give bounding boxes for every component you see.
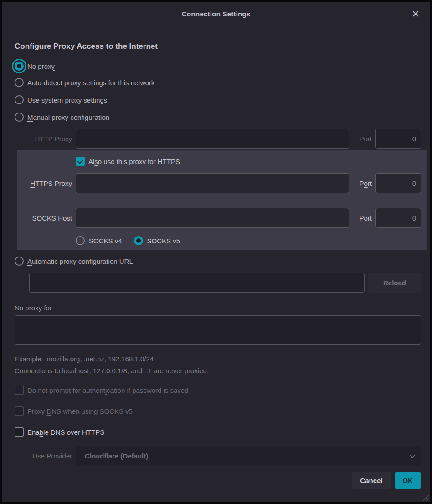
radio-auto-url[interactable]: Automatic proxy configuration URL <box>15 253 421 269</box>
also-https-label: Also use this proxy for HTTPS <box>88 158 180 165</box>
use-provider-label: Use Provider <box>15 452 72 460</box>
provider-row: Use Provider Cloudflare (Default) <box>15 446 421 466</box>
reload-button[interactable]: Reload <box>368 273 421 293</box>
socks-host-input[interactable] <box>76 208 349 228</box>
radio-icon[interactable] <box>15 95 24 104</box>
checkbox-icon[interactable] <box>15 406 24 416</box>
radio-icon[interactable] <box>15 257 24 266</box>
checkbox-icon[interactable] <box>15 427 24 437</box>
checkbox-icon[interactable] <box>15 386 24 395</box>
connection-settings-dialog: Connection Settings ✕ Configure Proxy Ac… <box>0 0 432 504</box>
socks-host-row: SOCKS Host Port <box>15 208 421 228</box>
provider-select[interactable]: Cloudflare (Default) <box>76 446 421 466</box>
checkbox-enable-doh[interactable]: Enable DNS over HTTPS <box>15 427 421 437</box>
radio-no-proxy-label: No proxy <box>27 62 55 70</box>
radio-icon[interactable] <box>15 113 24 122</box>
radio-socks-v5[interactable]: SOCKS v5 <box>134 236 180 245</box>
no-auth-prompt-label: Do not prompt for authentication if pass… <box>27 386 189 394</box>
https-port-input[interactable] <box>375 173 421 193</box>
page-title: Configure Proxy Access to the Internet <box>15 42 421 51</box>
auto-url-input[interactable] <box>29 273 365 293</box>
no-proxy-for-label: No proxy for <box>15 303 421 313</box>
http-proxy-input[interactable] <box>76 129 349 149</box>
checkbox-checked-icon[interactable] <box>76 157 85 166</box>
checkbox-proxy-dns[interactable]: Proxy DNS when using SOCKS v5 <box>15 406 421 417</box>
radio-system-proxy-label: Use system proxy settings <box>27 96 107 104</box>
radio-auto-detect[interactable]: Auto-detect proxy settings for this netw… <box>15 74 421 91</box>
socks-port-input[interactable] <box>375 208 421 228</box>
dialog-titlebar: Connection Settings ✕ <box>2 2 430 26</box>
radio-manual-proxy-label: Manual proxy configuration <box>27 113 109 121</box>
cancel-button[interactable]: Cancel <box>352 472 391 489</box>
checkbox-no-auth-prompt[interactable]: Do not prompt for authentication if pass… <box>15 385 421 396</box>
https-socks-highlight-section: Also use this proxy for HTTPS HTTPS Prox… <box>15 150 421 250</box>
ok-button[interactable]: OK <box>395 472 422 489</box>
chevron-down-icon <box>410 452 416 458</box>
proxy-dns-label: Proxy DNS when using SOCKS v5 <box>27 407 133 415</box>
also-https-row: Also use this proxy for HTTPS <box>15 155 421 168</box>
http-proxy-label: HTTP Proxy <box>15 135 72 143</box>
radio-auto-url-label: Automatic proxy configuration URL <box>27 257 133 265</box>
socks-version-row: SOCKS v4 SOCKS v5 <box>15 234 421 247</box>
https-proxy-label: HTTPS Proxy <box>15 180 72 187</box>
localhost-note-text: Connections to localhost, 127.0.0.1/8, a… <box>15 367 421 375</box>
socks-v4-label: SOCKS v4 <box>89 237 122 245</box>
radio-system-proxy[interactable]: Use system proxy settings <box>15 91 421 108</box>
resize-grip[interactable] <box>422 494 429 501</box>
radio-manual-proxy[interactable]: Manual proxy configuration <box>15 108 421 126</box>
https-proxy-row: HTTPS Proxy Port <box>15 173 421 193</box>
close-icon[interactable]: ✕ <box>408 7 423 21</box>
http-port-label: Port <box>353 135 372 143</box>
dialog-title: Connection Settings <box>182 10 251 18</box>
dialog-footer: Cancel OK <box>15 472 421 489</box>
socks-port-label: Port <box>353 214 372 222</box>
also-https-checkbox-group[interactable]: Also use this proxy for HTTPS <box>76 157 421 166</box>
radio-icon[interactable] <box>15 62 24 71</box>
radio-no-proxy[interactable]: No proxy <box>15 58 421 74</box>
socks-v5-label: SOCKS v5 <box>147 237 180 245</box>
radio-icon[interactable] <box>15 78 24 87</box>
no-proxy-for-textarea[interactable] <box>15 315 421 345</box>
https-proxy-input[interactable] <box>76 173 349 193</box>
auto-url-row: Reload <box>15 273 421 293</box>
dialog-content: Configure Proxy Access to the Internet N… <box>2 42 430 489</box>
http-proxy-row: HTTP Proxy Port <box>15 129 421 149</box>
radio-auto-detect-label: Auto-detect proxy settings for this netw… <box>27 79 154 87</box>
radio-icon[interactable] <box>76 236 85 245</box>
radio-socks-v4[interactable]: SOCKS v4 <box>76 236 122 245</box>
https-port-label: Port <box>353 180 372 187</box>
no-proxy-example-text: Example: .mozilla.org, .net.nz, 192.168.… <box>15 355 421 363</box>
radio-icon[interactable] <box>134 236 143 245</box>
enable-doh-label: Enable DNS over HTTPS <box>27 428 104 436</box>
http-port-input[interactable] <box>375 129 421 149</box>
provider-selected-value: Cloudflare (Default) <box>85 452 148 460</box>
socks-host-label: SOCKS Host <box>15 214 72 222</box>
